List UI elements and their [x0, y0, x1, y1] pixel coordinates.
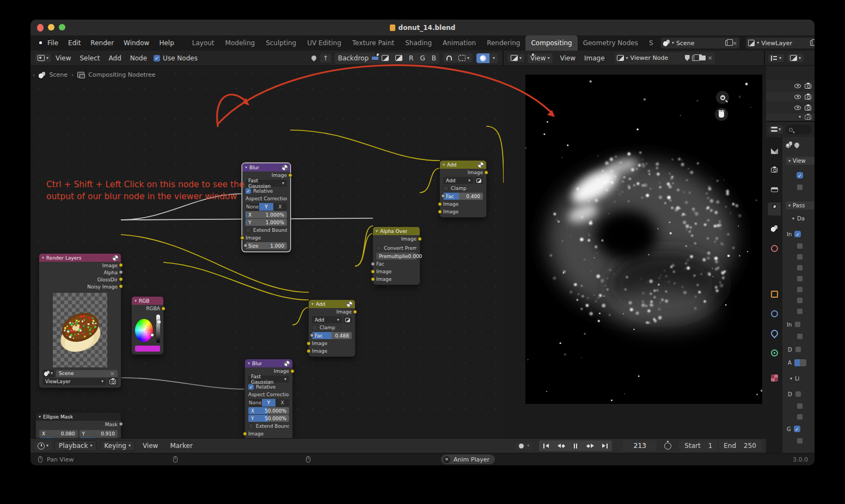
socket-image1-in[interactable] — [371, 269, 375, 274]
menu-select[interactable]: Select — [76, 52, 105, 64]
editor-type-button[interactable]: ▾ — [508, 54, 524, 62]
blend-mode-dropdown[interactable]: Add▾ — [312, 316, 342, 323]
node-rgb[interactable]: ▾RGB RGBA — [132, 297, 163, 354]
editor-type-button[interactable]: ▾ — [769, 126, 783, 133]
premul-field[interactable]: Premultiplie0.000 — [376, 253, 417, 260]
new-viewlayer-icon[interactable] — [810, 40, 815, 46]
pass-checkbox-row[interactable] — [797, 308, 803, 315]
blur-y-field[interactable]: Y1.000% — [246, 219, 287, 226]
properties-search[interactable] — [786, 125, 812, 134]
tab-world[interactable] — [768, 242, 781, 255]
menu-view[interactable]: View — [51, 52, 75, 64]
aspect-segmented[interactable]: NoneYX — [248, 399, 289, 407]
node-header[interactable]: ▾Ellipse Mask — [36, 413, 121, 421]
relative-checkbox[interactable]: ✓ — [246, 188, 251, 194]
tab-geometry-nodes[interactable]: Geometry Nodes — [578, 36, 644, 50]
node-add-top[interactable]: ▾Add Image Add▾ Clamp Fac0.400 Image Ima… — [440, 161, 486, 217]
viewlayer-selector[interactable]: ▾ ViewLayer × — [746, 38, 815, 48]
d-row[interactable]: D — [788, 346, 801, 353]
chevron-down-icon[interactable]: ▾ — [527, 444, 529, 448]
checkbox[interactable] — [797, 403, 803, 409]
tab-compositing[interactable]: Compositing — [525, 35, 577, 51]
eye-icon[interactable] — [794, 84, 801, 88]
camera-x-icon[interactable] — [805, 115, 811, 120]
panel-data[interactable]: ▾Da — [792, 216, 805, 222]
pan-gizmo-button[interactable] — [715, 108, 728, 121]
channel-r-button[interactable]: R — [406, 53, 417, 64]
tab-rendering[interactable]: Rendering — [481, 36, 525, 50]
socket-image2-in[interactable] — [371, 277, 375, 281]
node-add-middle[interactable]: ▾Add Image Add▾ Clamp Fac0.488 Image Ima… — [309, 300, 355, 357]
checkbox-checked[interactable]: ✓ — [794, 426, 800, 432]
pass-checkbox-row[interactable] — [797, 333, 803, 340]
image-editor[interactable]: ‹ — [505, 66, 765, 438]
panel-passes[interactable]: ▾Pass — [786, 201, 815, 210]
compositor-node-editor[interactable]: › Scene › Compositing Nodetree Ctrl + Sh… — [30, 66, 504, 438]
backdrop-toggle[interactable]: Backdrop — [335, 53, 372, 64]
use-alpha-button[interactable] — [344, 316, 352, 323]
tab-output[interactable] — [768, 183, 781, 196]
playback-menu[interactable]: Playback▾ — [54, 440, 97, 451]
pass-checkbox-row[interactable] — [797, 297, 803, 304]
unlink-scene-icon[interactable]: × — [732, 40, 737, 46]
checkbox[interactable] — [795, 391, 801, 397]
camera-icon[interactable] — [805, 106, 811, 110]
new-scene-icon[interactable] — [725, 40, 730, 46]
tab-render[interactable] — [768, 163, 781, 176]
node-header[interactable]: ▾Render Layers — [39, 254, 121, 262]
aspect-segmented[interactable]: NoneYX — [246, 203, 287, 211]
pass-checkbox-row[interactable] — [797, 254, 803, 260]
backdrop-channel-color-alpha[interactable] — [372, 57, 378, 60]
channel-b-button[interactable]: B — [428, 53, 439, 64]
light-checkbox-row[interactable] — [797, 438, 803, 444]
checkbox[interactable] — [797, 275, 803, 282]
socket-size-in[interactable] — [243, 243, 248, 248]
socket-image-out[interactable] — [418, 237, 422, 241]
checkbox[interactable] — [797, 243, 803, 249]
outliner-row[interactable] — [766, 91, 815, 102]
checkbox-checked[interactable]: ✓ — [797, 172, 803, 179]
fac-slider[interactable]: Fac0.400 — [443, 193, 483, 200]
eye-icon[interactable] — [794, 106, 801, 110]
stopwatch-icon[interactable] — [664, 442, 671, 450]
light-checkbox-row[interactable] — [797, 414, 803, 420]
tab-animation[interactable]: Animation — [437, 36, 481, 50]
pass-checkbox-row[interactable] — [797, 286, 803, 293]
y-field[interactable]: Y0.910 — [79, 430, 118, 437]
tab-object-data[interactable] — [768, 346, 781, 359]
anim-player-badge[interactable]: ✕ Anim Player — [441, 454, 495, 464]
clamp-checkbox[interactable] — [443, 186, 449, 191]
snap-mode-dropdown[interactable]: ▾ — [455, 53, 473, 63]
socket-image1-in[interactable] — [438, 202, 442, 206]
socket-alpha-out[interactable] — [119, 270, 123, 274]
checkbox[interactable] — [797, 438, 803, 444]
socket-image-in[interactable] — [240, 236, 244, 240]
checkbox-checked[interactable]: ✓ — [794, 231, 801, 237]
start-frame-field[interactable]: Start1 — [679, 442, 718, 450]
collapse-icon[interactable]: ▾ — [311, 302, 314, 306]
outliner-filter[interactable]: ▾ — [787, 54, 804, 62]
viewlayer-dropdown[interactable]: ViewLayer▾ — [42, 378, 106, 385]
socket-image-out[interactable] — [353, 310, 357, 314]
node-header[interactable]: ▾Blur — [242, 163, 290, 171]
socket-image2-in[interactable] — [307, 349, 311, 353]
backdrop-channel-color[interactable] — [378, 53, 392, 63]
socket-fac-in[interactable] — [371, 262, 375, 266]
parent-tree-icon[interactable]: ↑ — [320, 54, 331, 63]
socket-noisy-image-out[interactable] — [119, 284, 123, 288]
overlays-dropdown[interactable]: ▾ — [489, 54, 498, 62]
color-swatch[interactable] — [135, 346, 160, 352]
collapse-icon[interactable]: ▾ — [443, 163, 445, 167]
scene-browse-button[interactable]: ▾ — [42, 370, 54, 377]
tab-view-layer[interactable] — [768, 202, 781, 216]
socket-rgba-out[interactable] — [161, 306, 166, 311]
g-row[interactable]: G✓ — [787, 426, 800, 432]
blend-mode-dropdown[interactable]: Add▾ — [443, 177, 473, 184]
prev-keyframe-button[interactable] — [554, 440, 568, 451]
collapse-icon[interactable]: ▾ — [134, 299, 137, 303]
tab-shading[interactable]: Shading — [400, 36, 437, 50]
tab-tool[interactable] — [768, 144, 781, 157]
expand-icon[interactable]: › — [33, 71, 35, 78]
menu-marker[interactable]: Marker — [166, 440, 197, 452]
outliner-row[interactable] — [766, 81, 815, 91]
